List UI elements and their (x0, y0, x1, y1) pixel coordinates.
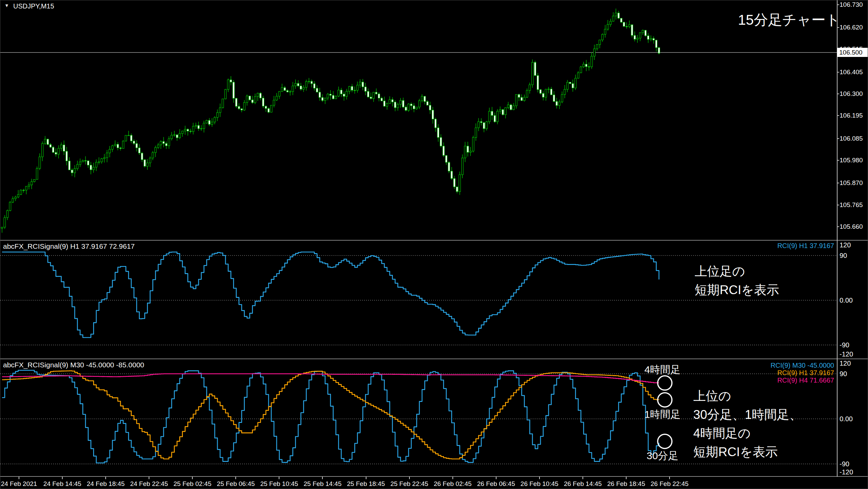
price-axis-tick (837, 4, 839, 5)
time-axis-tick (583, 477, 583, 479)
line-end-circle (658, 434, 672, 449)
current-price-box: 106.500 (837, 48, 868, 57)
mt4-chart-window: ▼ USDJPY,M15 15分足チャート abcFX_RCISignal(9)… (0, 0, 868, 489)
time-axis-label: 25 Feb 06:45 (217, 480, 255, 488)
price-axis-tick (837, 160, 839, 161)
panel2-annotation: 上位の30分足、1時間足、4時間足の短期RCIを表示 (693, 387, 802, 461)
price-axis-label: 106.405 (840, 68, 863, 76)
price-axis-tick (837, 72, 839, 73)
panel-separator[interactable] (0, 476, 868, 477)
panel2-value-label: RCI(9) H1 37.9167 (777, 369, 834, 377)
time-axis-tick (19, 477, 19, 479)
price-axis-label: 106.620 (840, 24, 863, 31)
time-axis-tick (539, 477, 540, 479)
time-axis-tick (149, 477, 149, 479)
price-axis-tick (837, 94, 839, 94)
price-axis-tick (837, 205, 839, 205)
price-axis-label: 106.085 (840, 135, 863, 142)
panel-separator[interactable] (0, 359, 868, 359)
indicator-axis-label: 0.00 (840, 415, 853, 423)
time-axis-label: 25 Feb 22:45 (390, 480, 428, 488)
time-axis-label: 25 Feb 10:45 (260, 480, 298, 488)
annotation-line: 短期RCIを表示 (695, 281, 779, 299)
time-axis-tick (235, 477, 236, 479)
time-axis-label: 24 Feb 2021 (1, 480, 37, 488)
price-axis-tick (837, 183, 839, 183)
price-axis-tick (837, 115, 839, 116)
annotation-line: 短期RCIを表示 (693, 443, 802, 461)
time-axis-label: 24 Feb 18:45 (87, 480, 125, 488)
annotation-line: 30分足、1時間足、 (693, 405, 802, 424)
line-end-circle (658, 393, 672, 407)
time-axis-tick (452, 477, 453, 479)
panel1-annotation: 上位足の短期RCIを表示 (695, 262, 779, 299)
main-price-chart[interactable] (0, 0, 837, 240)
indicator-axis-label: -120 (840, 350, 853, 358)
annotation-line: 上位足の (695, 262, 779, 281)
time-axis-tick (105, 477, 106, 479)
indicator-axis-label: 120 (840, 241, 851, 249)
price-axis-label: 106.300 (840, 90, 863, 98)
time-axis-tick (409, 477, 410, 479)
annotation-line: 4時間足の (693, 424, 802, 443)
indicator-axis-label: 90 (840, 251, 847, 259)
panel2-value-label: RCI(9) M30 -45.0000 (770, 362, 834, 369)
time-axis-label: 26 Feb 10:45 (521, 480, 558, 488)
timeframe-callout-label: 4時間足 (644, 363, 681, 377)
time-axis-tick (62, 477, 63, 479)
main-chart-annotation: 15分足チャート (738, 11, 840, 29)
price-axis-label: 106.730 (840, 1, 863, 8)
time-axis-tick (192, 477, 193, 479)
price-axis-label: 106.195 (840, 112, 863, 119)
time-axis-label: 26 Feb 18:45 (607, 480, 645, 488)
panel2-title: abcFX_RCISignal(9) M30 -45.0000 -85.0000 (3, 361, 144, 369)
indicator-axis-label: -90 (840, 460, 849, 468)
panel1-value-label: RCI(9) H1 37.9167 (777, 242, 834, 250)
annotation-line: 上位の (693, 387, 802, 405)
time-axis-label: 26 Feb 22:45 (651, 480, 689, 488)
time-axis-tick (669, 477, 670, 479)
symbol-dropdown-icon[interactable]: ▼ (4, 3, 9, 8)
panel1-title: abcFX_RCISignal(9) H1 37.9167 72.9617 (3, 242, 135, 250)
symbol-timeframe-label: USDJPY,M15 (13, 2, 54, 10)
panel2-value-label: RCI(9) H4 71.6667 (777, 376, 834, 384)
time-axis-label: 26 Feb 14:45 (564, 480, 602, 488)
time-axis-label: 25 Feb 02:45 (173, 480, 211, 488)
indicator-axis-label: 120 (840, 360, 851, 367)
price-axis-label: 105.765 (840, 201, 863, 209)
time-axis-tick (496, 477, 496, 479)
rci-h1-panel-chart[interactable] (0, 241, 837, 358)
indicator-axis-label: 90 (840, 370, 847, 378)
indicator-axis-label: -120 (840, 468, 853, 476)
price-axis-tick (837, 27, 839, 28)
price-axis-tick (837, 138, 839, 139)
time-axis-tick (279, 477, 279, 479)
indicator-axis-label: -90 (840, 341, 849, 349)
indicator-axis-label: 0.00 (840, 297, 853, 304)
timeframe-callout-label: 30分足 (647, 449, 678, 463)
time-axis-tick (322, 477, 323, 479)
time-axis-label: 25 Feb 18:45 (347, 480, 385, 488)
price-axis-label: 105.870 (840, 179, 863, 187)
price-axis-tick (837, 226, 839, 227)
time-axis-label: 26 Feb 02:45 (434, 480, 472, 488)
time-axis-tick (366, 477, 366, 479)
time-axis-label: 26 Feb 06:45 (477, 480, 515, 488)
panel-separator[interactable] (0, 240, 868, 241)
price-axis-label: 105.660 (840, 223, 863, 230)
price-axis-label: 105.980 (840, 157, 863, 164)
time-axis-tick (626, 477, 627, 479)
time-axis-label: 25 Feb 14:45 (303, 480, 341, 488)
line-end-circle (658, 376, 672, 390)
timeframe-callout-label: 1時間足 (644, 408, 681, 422)
time-axis-label: 24 Feb 14:45 (43, 480, 81, 488)
time-axis-label: 24 Feb 22:45 (130, 480, 168, 488)
